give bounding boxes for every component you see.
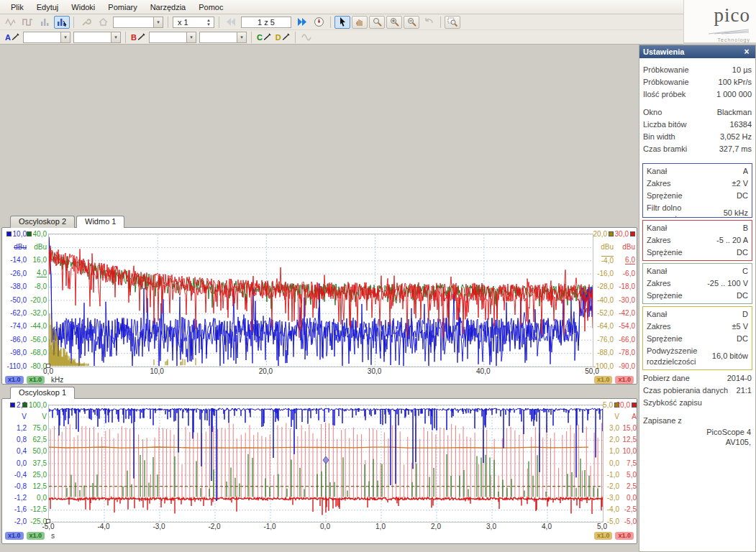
menu-edytuj[interactable]: Edytuj [30, 1, 65, 13]
zoom-overview-icon[interactable] [445, 16, 460, 29]
scope-view-icon[interactable] [2, 16, 18, 29]
math-channel-icon[interactable] [299, 31, 315, 44]
setting-value: 16384 [729, 119, 752, 130]
buffer-navigator-icon[interactable] [311, 16, 327, 29]
zoom-badge-c[interactable]: x1.0 [27, 376, 45, 384]
setting-label: Czas bramki [643, 144, 687, 155]
spectrum-y-axis-d[interactable]: 20,0dBu-4,0-16,0-28,0-40,0-52,0-64,0-76,… [595, 234, 614, 374]
close-icon[interactable]: × [742, 47, 752, 57]
settings-title: Ustawienia [643, 47, 684, 56]
wrench-icon[interactable] [78, 16, 94, 29]
spectrum-y-axis-a[interactable]: 10,0dBu-14,0-26,0-38,0-50,0-62,0-74,0-86… [4, 234, 27, 374]
scope-y-axis-d[interactable]: 5,0V3,02,01,00,0-1,0-2,0-3,0-4,0-5,0 [604, 405, 619, 530]
menu-plik[interactable]: Plik [4, 1, 30, 13]
scope-y-axis-b[interactable]: 20,0A15,012,510,07,55,02,50,0-2,5-5,0 [621, 405, 637, 530]
home-icon[interactable] [95, 16, 111, 29]
scope-plot[interactable] [48, 405, 604, 523]
scope-y-axis-c[interactable]: 100,0V75,062,550,037,525,012,50,0-12,5-2… [28, 405, 47, 530]
channel-b-swatch [632, 402, 637, 408]
channel-b-label[interactable]: B [131, 33, 145, 42]
setting-value: 3,052 Hz [720, 132, 752, 142]
channel-c-label[interactable]: C [257, 33, 271, 42]
channel-a-range-combo[interactable]: ▾ [23, 32, 70, 43]
menu-pomoc[interactable]: Pomoc [192, 1, 229, 13]
cursor-tool-icon[interactable] [334, 16, 350, 29]
scope-zoom-badges-right[interactable]: x1.0x1.0 [594, 532, 634, 540]
spectrum-y-axis-c[interactable]: 40,0dBu16,04,0-8,0-20,0-32,0-44,0-56,0-6… [28, 234, 47, 374]
resolution-combo[interactable]: ▾ [113, 17, 163, 28]
oscilloscope-panel: Oscyloskop 1 2,0V1,20,80,40,0-0,4-0,8-1,… [1, 387, 637, 544]
channel-a-swatch [10, 402, 15, 408]
zoom-badge-a[interactable]: x1.0 [5, 532, 24, 540]
scope-zoom-badges-left[interactable]: s x1.0x1.0 [5, 532, 55, 540]
spectrum-x-axis: 0,010,020,030,040,050,0 [48, 367, 592, 376]
saved-from-line: AV105, [639, 437, 755, 447]
spectrum-y-axis-b[interactable]: 30,0dBu6,0-6,0-18,0-30,0-42,0-54,0-66,0-… [616, 234, 635, 374]
setting-label: Czas pobierania danych [643, 385, 728, 396]
active-spectrum-view-icon[interactable] [54, 16, 70, 29]
setting-label: Bin width [643, 132, 675, 142]
channel-b-info-box: KanałB Zakres-5 .. 20 A SprężenieDC [642, 220, 752, 261]
zoom-out-icon[interactable] [404, 16, 419, 29]
tab-widmo-1[interactable]: Widmo 1 [76, 216, 124, 228]
channel-c-swatch [22, 402, 27, 408]
spectrum-plot[interactable] [48, 234, 593, 367]
undo-zoom-icon[interactable] [421, 16, 437, 29]
zoom-badge-b[interactable]: x1.0 [615, 376, 634, 384]
zoom-marquee-icon[interactable] [369, 16, 385, 29]
main-toolbar: ▾ x 1 ▲▼ 1 z 5 [0, 14, 683, 30]
setting-value: 21:1 [737, 385, 752, 396]
settings-header: Ustawienia × [639, 45, 755, 58]
zoom-factor-spinner[interactable]: x 1 ▲▼ [173, 17, 214, 28]
channel-d-label[interactable]: D [275, 33, 290, 42]
buffer-indicator: 1 z 5 [241, 17, 291, 28]
setting-label: Liczba bitów [643, 119, 687, 130]
channel-d-swatch [609, 231, 614, 236]
zoom-badge-c[interactable]: x1.0 [27, 532, 45, 540]
menu-pomiary[interactable]: Pomiary [101, 1, 143, 13]
channel-b-coupling-combo[interactable]: ▾ [199, 32, 247, 43]
x-axis-unit: kHz [51, 376, 63, 384]
spectrum-tab-strip: Oscyloskop 2 Widmo 1 [1, 216, 637, 228]
channel-b-range-combo[interactable]: ▾ [149, 32, 196, 43]
channel-a-coupling-combo[interactable]: ▾ [73, 32, 121, 43]
tab-oscyloskop-1[interactable]: Oscyloskop 1 [10, 387, 75, 399]
zoom-in-icon[interactable] [386, 16, 402, 29]
spectrum-zoom-badges-right[interactable]: x1.0x1.0 [594, 376, 634, 384]
tab-oscyloskop-2[interactable]: Oscyloskop 2 [10, 216, 75, 228]
zoom-badge-b[interactable]: x1.0 [615, 532, 634, 540]
x-axis-unit: s [51, 532, 55, 540]
menu-widoki[interactable]: Widoki [65, 1, 101, 13]
channel-c-swatch [27, 231, 32, 236]
probe-icon [137, 33, 145, 41]
channel-c-info-box: KanałC Zakres-25 .. 100 V SprężenieDC [642, 263, 752, 304]
channel-a-label[interactable]: A [5, 33, 19, 42]
menu-narzedzia[interactable]: Narzędzia [144, 1, 193, 13]
setting-value: Blackman [717, 107, 752, 118]
probe-icon [263, 33, 271, 41]
pan-hand-icon[interactable] [352, 16, 368, 29]
settings-panel: Ustawienia × Próbkowanie10 µs Próbkowani… [639, 45, 756, 552]
next-buffer-icon[interactable] [293, 16, 309, 29]
scope-y-axis-a[interactable]: 2,0V1,20,80,40,0-0,4-0,8-1,2-1,6-2,0 [4, 405, 27, 530]
zoom-badge-a[interactable]: x1.0 [5, 376, 24, 384]
setting-label: Zapisane z [643, 415, 682, 426]
scope-x-axis: -5,0-4,0-3,0-2,0-1,00,01,02,03,04,05,0 [48, 523, 602, 531]
setting-value: 10 µs [732, 65, 752, 75]
channel-b-swatch [630, 231, 635, 236]
zoom-badge-d[interactable]: x1.0 [594, 376, 613, 384]
previous-buffer-icon[interactable] [223, 16, 239, 29]
spectrum-zoom-badges-left[interactable]: kHz x1.0x1.0 [5, 376, 63, 384]
setting-value: 100 kPr/s [719, 77, 752, 88]
spinner-arrows-icon[interactable]: ▲▼ [204, 17, 213, 27]
logo-hatch-lines [707, 29, 750, 34]
probe-icon [12, 33, 19, 41]
setting-label: Okno [643, 107, 662, 118]
spectrum-chart-area: 10,0dBu-14,0-26,0-38,0-50,0-62,0-74,0-86… [1, 227, 637, 385]
zoom-badge-d[interactable]: x1.0 [594, 532, 613, 540]
picoscope-window: Plik Edytuj Widoki Pomiary Narzędzia Pom… [0, 0, 756, 552]
persistence-view-icon[interactable] [19, 16, 35, 29]
spectrum-view-icon[interactable] [37, 16, 53, 29]
probe-icon [282, 33, 290, 41]
saved-from-line: PicoScope 4 [639, 427, 755, 437]
